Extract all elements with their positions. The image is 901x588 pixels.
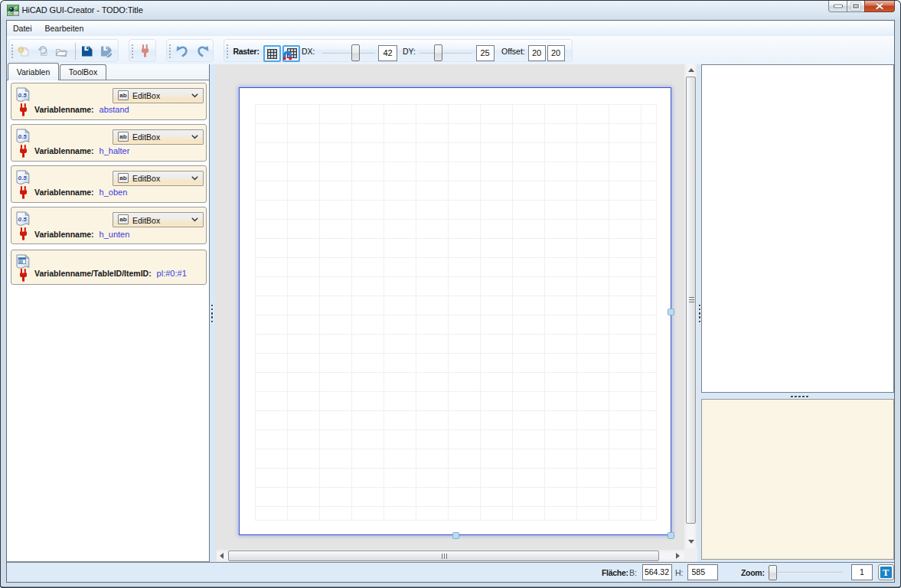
svg-text:0.5: 0.5: [18, 174, 28, 181]
svg-text:0.5: 0.5: [18, 91, 28, 98]
svg-text:0.5: 0.5: [18, 132, 28, 139]
svg-text:0.5: 0.5: [18, 216, 28, 223]
